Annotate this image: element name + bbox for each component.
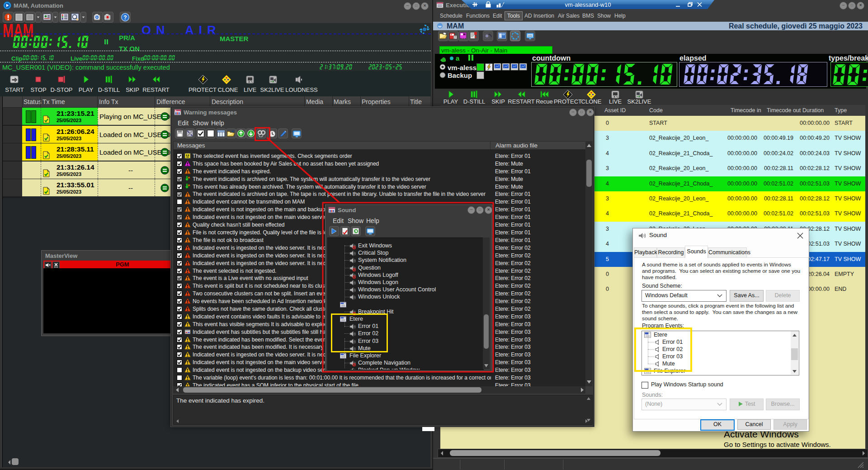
svg-text:?: ? [123, 14, 127, 21]
svg-text:101: 101 [528, 34, 532, 37]
